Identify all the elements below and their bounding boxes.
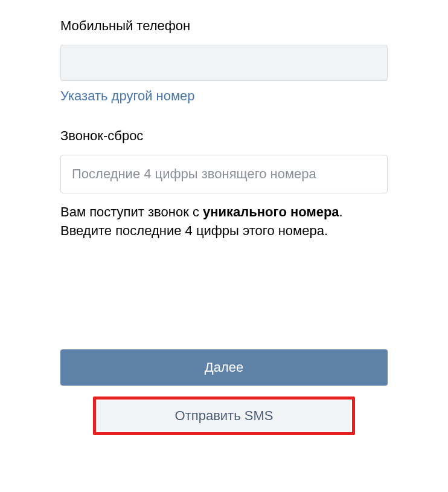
change-number-link[interactable]: Указать другой номер (60, 88, 195, 104)
next-button[interactable]: Далее (60, 349, 388, 386)
phone-display-field (60, 45, 388, 81)
phone-label: Мобильный телефон (60, 18, 388, 34)
verification-form: Мобильный телефон Указать другой номер З… (60, 18, 388, 435)
send-sms-highlight: Отправить SMS (93, 397, 355, 435)
call-reset-label: Звонок-сброс (60, 128, 388, 144)
help-text-prefix: Вам поступит звонок с (60, 204, 203, 219)
help-text-bold: уникального номера (203, 204, 339, 219)
send-sms-button[interactable]: Отправить SMS (97, 401, 351, 431)
code-input[interactable] (60, 155, 388, 193)
help-text: Вам поступит звонок с уникального номера… (60, 203, 388, 241)
